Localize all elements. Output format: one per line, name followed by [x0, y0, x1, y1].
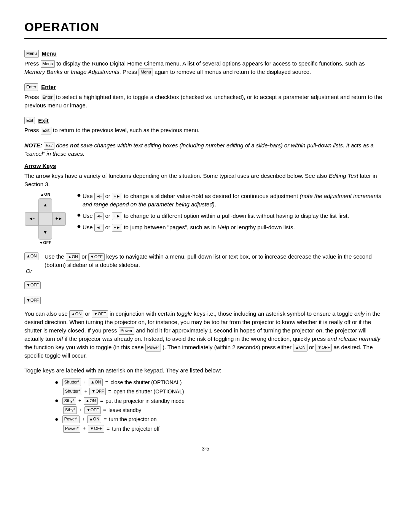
enter-section-body: Press Enter to select a highlighted item… — [24, 93, 387, 110]
page-title: OPERATION — [24, 18, 387, 39]
right-key-2: +► — [112, 212, 122, 220]
toggle-row-1: ● Shutter* + ▲ON = close the shutter (OP… — [55, 379, 387, 386]
arrow-left-btn: ◄- — [25, 212, 38, 226]
desc-3: put the projector in standby mode — [105, 397, 185, 405]
menu-inline-key2: Menu — [139, 69, 153, 76]
aon-off-section: ▲ON Or ▼OFF Use the ▲ON or ▼OFF keys to … — [24, 252, 387, 289]
toff-inline: ▼OFF — [315, 344, 332, 351]
off-key-t4: ▼OFF — [84, 406, 101, 414]
aon-key-t3: ▲ON — [84, 397, 98, 405]
arrow-keys-content: ▲ON ▲ ◄- +► ▼ ▼OFF ● Us — [24, 192, 387, 246]
enter-section: Enter Enter Press Enter to select a high… — [24, 83, 387, 110]
aon-key-t5: ▲ON — [87, 415, 101, 423]
arrow-right-btn: +► — [52, 212, 66, 226]
toggle-row-2: Shutter* + ▼OFF = open the shutter (OPTI… — [63, 388, 387, 395]
shutter-key-1: Shutter* — [62, 379, 81, 386]
voff-key-badge: ▼OFF — [24, 297, 41, 304]
menu-inline-key: Menu — [41, 60, 55, 68]
aon-inline-2: ▲ON — [293, 344, 307, 351]
arrow-up-btn: ▲ — [38, 198, 52, 212]
aon-off-body: Use the ▲ON or ▼OFF keys to navigate wit… — [45, 252, 387, 269]
toggle-row-6: Power* + ▼OFF = turn the projector off — [63, 425, 387, 433]
right-key-3: +► — [112, 224, 122, 232]
plus-3: + — [78, 397, 81, 404]
desc-2: open the shutter (OPTIONAL) — [113, 388, 184, 395]
eq-3: = — [100, 397, 103, 405]
arrow-keys-title: Arrow Keys — [24, 162, 56, 170]
note-exit-key: Exit — [44, 142, 54, 150]
desc-4: leave standby — [108, 406, 141, 414]
arrow-center-btn — [38, 212, 52, 226]
desc-6: turn the projector off — [112, 425, 159, 433]
arrow-off-label: ▼OFF — [39, 240, 51, 246]
toggle-paragraph-body: You can also use ▲ON or ▼OFF in conjunct… — [24, 310, 387, 359]
arrow-bullet-1: ● Use ◄- or +► to change a slidebar valu… — [77, 192, 387, 209]
power-inline: Power — [119, 327, 134, 335]
off-key-t6: ▼OFF — [88, 425, 104, 433]
arrow-bullet-3: ● Use ◄- or +► to jump between "pages", … — [77, 223, 387, 232]
toggle-row-4: Stby* + ▼OFF = leave standby — [63, 406, 387, 414]
exit-section: Exit Exit Press Exit to return to the pr… — [24, 117, 387, 135]
right-key-1: +► — [112, 193, 122, 200]
shutter-key-2: Shutter* — [63, 388, 82, 395]
toggle-row-3: ● Stby* + ▲ON = put the projector in sta… — [55, 397, 387, 405]
exit-key-badge: Exit — [24, 117, 35, 125]
enter-inline-key: Enter — [41, 94, 54, 101]
plus-5: + — [82, 416, 85, 423]
exit-inline-key: Exit — [41, 127, 51, 134]
toggle-keys-intro: Toggle keys are labeled with an asterisk… — [24, 366, 387, 375]
power-key-1: Power* — [62, 415, 80, 423]
eq-2: = — [108, 388, 111, 395]
voff-key-section: ▼OFF — [24, 296, 387, 304]
enter-section-title: Enter — [41, 83, 56, 91]
plus-1: + — [83, 379, 86, 386]
arrow-bullets: ● Use ◄- or +► to change a slidebar valu… — [77, 192, 387, 235]
aon-inline: ▲ON — [66, 253, 80, 261]
left-key-1: ◄- — [94, 193, 104, 200]
power-inline-2: Power — [145, 344, 161, 351]
eq-1: = — [105, 379, 108, 386]
stby-key-2: Stby* — [63, 406, 77, 414]
arrow-down-btn: ▼ — [38, 226, 52, 240]
toggle-row-5: ● Power* + ▲ON = turn the projector on — [55, 415, 387, 423]
plus-6: + — [83, 425, 86, 432]
eq-4: = — [103, 406, 106, 414]
menu-section: Menu Menu Press Menu to display the Runc… — [24, 50, 387, 76]
note-block: NOTE: Exit does not save changes within … — [24, 141, 387, 158]
page-number: 3-5 — [24, 445, 387, 452]
arrow-on-label: ▲ON — [40, 192, 50, 198]
stby-key-1: Stby* — [62, 397, 76, 405]
aon-key-t1: ▲ON — [89, 379, 103, 386]
plus-2: + — [84, 388, 88, 395]
off-key-badge: ▼OFF — [24, 281, 41, 289]
desc-5: turn the projector on — [109, 415, 156, 423]
left-key-2: ◄- — [94, 212, 104, 220]
toggle-aon-inline: ▲ON — [69, 310, 83, 318]
aon-key-badge: ▲ON — [24, 252, 38, 260]
plus-4: + — [79, 407, 82, 414]
arrow-keys-section: Arrow Keys The arrow keys have a variety… — [24, 162, 387, 246]
arrow-keys-intro: The arrow keys have a variety of functio… — [24, 172, 387, 189]
power-key-2: Power* — [63, 425, 80, 433]
arrow-pad-graphic: ▲ON ▲ ◄- +► ▼ ▼OFF — [24, 192, 66, 246]
menu-section-body: Press Menu to display the Runco Digital … — [24, 59, 387, 76]
eq-5: = — [104, 415, 107, 423]
toggle-table: ● Shutter* + ▲ON = close the shutter (OP… — [55, 379, 387, 433]
off-key-t2: ▼OFF — [89, 388, 106, 395]
left-key-3: ◄- — [94, 224, 104, 232]
exit-section-body: Press Exit to return to the previous lev… — [24, 126, 387, 134]
exit-section-title: Exit — [38, 117, 49, 125]
desc-1: close the shutter (OPTIONAL) — [111, 379, 182, 386]
menu-key-badge: Menu — [24, 50, 39, 58]
arrow-bullet-2: ● Use ◄- or +► to change to a different … — [77, 212, 387, 220]
menu-section-title: Menu — [42, 50, 57, 58]
toggle-off-inline: ▼OFF — [92, 310, 108, 318]
off-inline: ▼OFF — [88, 253, 105, 261]
enter-key-badge: Enter — [24, 83, 38, 91]
note-prefix: NOTE: — [24, 142, 42, 149]
or-text: Or — [26, 267, 32, 275]
toggle-paragraph-section: You can also use ▲ON or ▼OFF in conjunct… — [24, 310, 387, 359]
eq-6: = — [107, 425, 110, 433]
